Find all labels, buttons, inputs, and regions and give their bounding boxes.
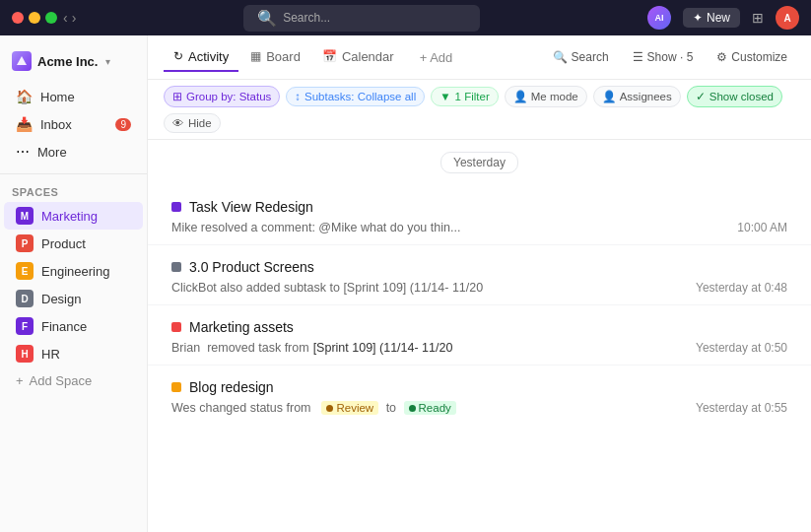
search-placeholder: Search... <box>283 11 330 25</box>
me-icon: 👤 <box>513 90 527 103</box>
board-icon: ▦ <box>250 49 261 63</box>
show-button[interactable]: ☰ Show · 5 <box>625 46 702 68</box>
checkmark-icon: ✓ <box>696 90 706 103</box>
card-meta: Wes changed status from Review to Ready … <box>171 401 787 415</box>
hide-filter[interactable]: 👁 Hide <box>164 113 221 133</box>
search-button[interactable]: 🔍 Search <box>545 46 617 68</box>
me-mode-filter[interactable]: 👤 Me mode <box>505 86 587 107</box>
show-label: Show · 5 <box>647 50 694 64</box>
sidebar-item-design[interactable]: D Design <box>4 285 143 312</box>
topbar: ‹ › 🔍 Search... AI ✦ New ⊞ A <box>0 0 811 35</box>
sidebar-item-home[interactable]: 🏠 Home <box>4 83 143 110</box>
search-icon: 🔍 <box>257 9 277 28</box>
status-to-label: Ready <box>419 402 451 414</box>
status-from-dot <box>326 405 333 412</box>
inbox-badge: 9 <box>115 118 131 131</box>
calendar-icon: 📅 <box>322 49 337 63</box>
card-title-row: Blog redesign <box>171 379 787 395</box>
meta-prefix: Brian removed task from <box>171 341 309 355</box>
activity-card-product-screens[interactable]: 3.0 Product Screens ClickBot also added … <box>148 245 811 305</box>
tabs-row: ↻ Activity ▦ Board 📅 Calendar + Add 🔍 <box>148 35 811 79</box>
ai-avatar[interactable]: AI <box>647 6 671 30</box>
add-tab-button[interactable]: + Add <box>410 44 463 71</box>
group-by-filter[interactable]: ⊞ Group by: Status <box>164 86 280 107</box>
design-dot: D <box>16 290 34 307</box>
minimize-button[interactable] <box>29 12 40 24</box>
sidebar-home-label: Home <box>40 90 75 104</box>
search-label: Search <box>572 50 609 64</box>
sidebar-item-more[interactable]: ⋯ More <box>4 138 143 166</box>
sidebar-item-finance[interactable]: F Finance <box>4 312 143 340</box>
back-arrow-icon[interactable]: ‹ <box>63 10 68 26</box>
card-meta-text: Wes changed status from Review to Ready <box>171 401 456 415</box>
subtasks-label: Subtasks: Collapse all <box>304 91 416 102</box>
svg-marker-0 <box>17 56 27 65</box>
card-color-dot <box>171 262 181 272</box>
tab-board[interactable]: ▦ Board <box>240 43 310 72</box>
plus-icon: + <box>16 373 24 388</box>
customize-button[interactable]: ⚙ Customize <box>709 46 795 68</box>
card-meta: Mike resolved a comment: @Mike what do y… <box>171 221 787 234</box>
status-to-dot <box>409 405 416 412</box>
tab-activity[interactable]: ↻ Activity <box>164 43 238 72</box>
activity-card-blog-redesign[interactable]: Blog redesign Wes changed status from Re… <box>148 366 811 425</box>
card-time: Yesterday at 0:50 <box>696 341 787 355</box>
show-closed-filter[interactable]: ✓ Show closed <box>687 86 782 107</box>
spaces-label: Spaces <box>0 182 147 202</box>
card-title: 3.0 Product Screens <box>189 259 314 275</box>
card-title-row: 3.0 Product Screens <box>171 259 787 275</box>
search-icon: 🔍 <box>553 50 568 64</box>
traffic-lights <box>12 12 57 24</box>
card-title-row: Task View Redesign <box>171 199 787 215</box>
status-from-badge: Review <box>321 401 378 415</box>
activity-content: Yesterday Task View Redesign Mike resolv… <box>148 140 811 532</box>
global-search-bar[interactable]: 🔍 Search... <box>243 5 480 32</box>
main-layout: Acme Inc. ▾ 🏠 Home 📥 Inbox 9 ⋯ More Spac… <box>0 35 811 532</box>
new-button[interactable]: ✦ New <box>683 8 740 28</box>
user-avatar[interactable]: A <box>776 6 799 30</box>
home-icon: 🏠 <box>16 89 33 104</box>
sidebar-nav: 🏠 Home 📥 Inbox 9 ⋯ More <box>0 83 147 166</box>
sidebar-item-hr[interactable]: H HR <box>4 340 143 367</box>
meta-to: to <box>382 401 399 415</box>
meta-highlight: [Sprint 109] (11/14- 11/20 <box>313 341 453 355</box>
sidebar: Acme Inc. ▾ 🏠 Home 📥 Inbox 9 ⋯ More Spac… <box>0 35 148 532</box>
finance-dot: F <box>16 317 34 335</box>
tab-calendar[interactable]: 📅 Calendar <box>312 43 404 72</box>
card-color-dot <box>171 382 181 392</box>
sidebar-item-engineering[interactable]: E Engineering <box>4 257 143 285</box>
add-space-button[interactable]: + Add Space <box>4 367 143 394</box>
topbar-right: AI ✦ New ⊞ A <box>647 6 799 30</box>
maximize-button[interactable] <box>45 12 57 24</box>
new-icon: ✦ <box>693 11 703 25</box>
status-to-badge: Ready <box>404 401 456 415</box>
grid-icon[interactable]: ⊞ <box>752 10 764 26</box>
card-meta-text: ClickBot also added subtask to [Sprint 1… <box>171 281 483 295</box>
sidebar-inbox-label: Inbox <box>40 117 72 132</box>
meta-prefix: Wes changed status from <box>171 401 317 415</box>
show-closed-label: Show closed <box>710 91 774 102</box>
card-title-row: Marketing assets <box>171 319 787 335</box>
marketing-label: Marketing <box>41 209 98 224</box>
activity-card-task-view-redesign[interactable]: Task View Redesign Mike resolved a comme… <box>148 185 811 245</box>
content-header: ↻ Activity ▦ Board 📅 Calendar + Add 🔍 <box>148 35 811 80</box>
filter-chip[interactable]: ▼ 1 Filter <box>431 87 499 106</box>
card-meta-text: Mike resolved a comment: @Mike what do y… <box>171 221 460 234</box>
sidebar-item-marketing[interactable]: M Marketing <box>4 202 143 230</box>
close-button[interactable] <box>12 12 24 24</box>
card-meta-text: Brian removed task from [Sprint 109] (11… <box>171 341 452 355</box>
activity-card-marketing-assets[interactable]: Marketing assets Brian removed task from… <box>148 305 811 366</box>
card-meta: Brian removed task from [Sprint 109] (11… <box>171 341 787 355</box>
inbox-icon: 📥 <box>16 116 33 132</box>
card-title: Task View Redesign <box>189 199 313 215</box>
group-by-label: Group by: Status <box>186 91 271 102</box>
tabs-right-actions: 🔍 Search ☰ Show · 5 ⚙ Customize <box>545 46 795 68</box>
date-label: Yesterday <box>440 152 518 173</box>
engineering-label: Engineering <box>41 264 109 279</box>
sidebar-item-inbox[interactable]: 📥 Inbox 9 <box>4 110 143 138</box>
subtasks-filter[interactable]: ↕ Subtasks: Collapse all <box>286 87 425 106</box>
add-tab-label: + Add <box>420 50 453 65</box>
brand[interactable]: Acme Inc. ▾ <box>0 43 147 79</box>
assignees-filter[interactable]: 👤 Assignees <box>593 86 681 107</box>
sidebar-item-product[interactable]: P Product <box>4 230 143 257</box>
